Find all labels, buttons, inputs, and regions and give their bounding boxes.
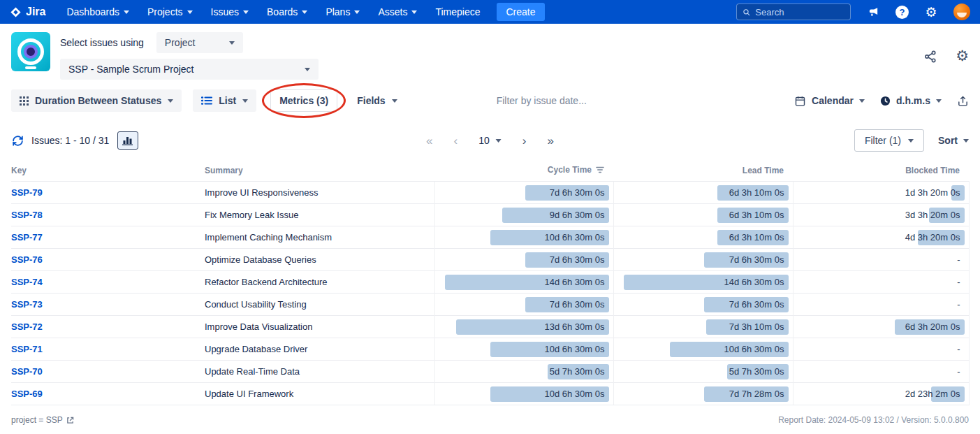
issue-source-fields: Select issues using Project SSP - Sample… [60,32,319,80]
export-button[interactable] [957,95,969,107]
table-row: SSP-73Conduct Usability Testing7d 6h 30m… [11,294,969,316]
time-format-button[interactable]: d.h.m.s [880,95,942,106]
issue-source-select[interactable]: Project [156,32,243,53]
chevron-down-icon [242,99,248,103]
nav-item-issues[interactable]: Issues [211,6,249,17]
search-input[interactable] [755,7,844,17]
issue-key-link[interactable]: SSP-69 [11,389,43,399]
duration-value: 10d 6h 30m 0s [544,232,604,243]
cycle-time-cell: 10d 6h 30m 0s [434,338,613,361]
announcements-icon[interactable] [865,3,882,20]
summary-cell: Upgrade Database Driver [205,338,434,361]
report-type-button[interactable]: Duration Between Statuses [11,89,182,112]
share-icon[interactable] [923,50,937,64]
issue-key-link[interactable]: SSP-70 [11,366,43,377]
key-cell: SSP-77 [11,226,205,249]
table-row: SSP-78Fix Memory Leak Issue9d 6h 30m 0s6… [11,204,969,226]
issue-key-link[interactable]: SSP-71 [11,344,43,354]
nav-item-label: Dashboards [66,6,119,17]
chart-view-button[interactable] [117,131,138,150]
duration-value: 14d 6h 30m 0s [724,277,784,287]
cycle-time-cell: 10d 6h 30m 0s [434,383,613,405]
pagination-first-button[interactable]: « [426,135,432,147]
view-list-button[interactable]: List [193,89,256,112]
duration-value: 13d 6h 30m 0s [544,321,604,332]
footer-query-label: project = SSP [11,415,63,425]
cycle-time-cell: 10d 6h 30m 0s [434,226,613,249]
lead-time-cell: 10d 6h 30m 0s [613,338,793,361]
header-actions: ⚙ [923,49,969,64]
lead-time-cell: 6d 3h 10m 0s [613,226,793,249]
column-header-summary[interactable]: Summary [205,161,434,182]
issue-key-link[interactable]: SSP-72 [11,321,43,332]
nav-item-label: Timepiece [435,6,480,17]
fields-label: Fields [357,95,385,106]
calendar-icon [794,95,806,107]
summary-cell: Improve UI Responsiveness [205,182,434,204]
cycle-time-header-label: Cycle Time [548,165,592,175]
report-settings-icon[interactable]: ⚙ [956,49,969,64]
lead-time-cell: 5d 7h 30m 0s [613,361,793,383]
chevron-down-icon [859,99,865,103]
avatar[interactable] [953,3,970,20]
help-icon[interactable]: ? [895,6,909,19]
refresh-icon [11,134,24,147]
issue-date-filter-input[interactable] [497,95,643,106]
nav-item-label: Projects [147,6,183,17]
report-header: Select issues using Project SSP - Sample… [0,24,980,80]
issues-bar: Issues: 1 - 10 / 31 « ‹ 10 › » Filter (1… [0,129,980,152]
blocked-time-cell: - [793,294,969,316]
key-cell: SSP-79 [11,182,205,204]
nav-item-plans[interactable]: Plans [326,6,360,17]
project-select[interactable]: SSP - Sample Scrum Project [60,59,319,80]
duration-value: 6d 3h 10m 0s [729,210,784,220]
create-button[interactable]: Create [497,3,544,21]
pagination-prev-button[interactable]: ‹ [454,135,458,147]
nav-item-label: Plans [326,6,350,17]
chevron-down-icon [908,139,914,143]
issue-key-link[interactable]: SSP-73 [11,299,43,310]
duration-value: - [957,299,960,310]
search-box[interactable] [736,3,851,20]
issue-key-link[interactable]: SSP-74 [11,277,43,287]
jira-home-link[interactable]: Jira [10,6,45,18]
pagination-last-button[interactable]: » [547,135,553,147]
sort-button[interactable]: Sort [938,135,969,146]
issue-key-link[interactable]: SSP-76 [11,254,43,265]
nav-item-dashboards[interactable]: Dashboards [66,6,129,17]
pagination-next-button[interactable]: › [522,135,527,147]
calendar-button[interactable]: Calendar [794,95,865,107]
blocked-time-cell: - [793,271,969,294]
refresh-button[interactable] [11,134,24,147]
issues-bar-right: Filter (1) Sort [854,129,969,152]
chevron-down-icon [936,99,942,103]
column-header-cycle-time[interactable]: Cycle Time [434,161,613,182]
nav-item-label: Assets [378,6,407,17]
duration-value: 7d 7h 28m 0s [729,389,784,399]
nav-right: ? ⚙ [736,3,970,20]
table-row: SSP-76Optimize Database Queries7d 6h 30m… [11,249,969,271]
external-link-icon [66,417,74,424]
column-header-lead-time[interactable]: Lead Time [613,161,793,182]
filter-button[interactable]: Filter (1) [854,129,924,152]
issue-key-link[interactable]: SSP-77 [11,232,43,243]
settings-icon[interactable]: ⚙ [923,3,939,20]
column-header-key[interactable]: Key [11,161,205,182]
metrics-button[interactable]: Metrics (3) [270,89,337,112]
duration-value: 4d 3h 20m 0s [905,232,960,243]
nav-item-boards[interactable]: Boards [267,6,307,17]
issue-key-link[interactable]: SSP-79 [11,187,43,198]
nav-item-assets[interactable]: Assets [378,6,417,17]
fields-button[interactable]: Fields [349,89,405,112]
issue-key-link[interactable]: SSP-78 [11,210,43,220]
nav-item-projects[interactable]: Projects [147,6,193,17]
filter-icon[interactable] [596,166,604,175]
page-size-select[interactable]: 10 [478,135,502,146]
footer-query-link[interactable]: project = SSP [11,415,74,425]
lead-time-cell: 6d 3h 10m 0s [613,204,793,226]
nav-item-timepiece[interactable]: Timepiece [435,6,480,17]
nav-item-label: Issues [211,6,239,17]
duration-value: 7d 3h 10m 0s [729,321,784,332]
column-header-blocked-time[interactable]: Blocked Time [793,161,969,182]
key-cell: SSP-76 [11,249,205,271]
